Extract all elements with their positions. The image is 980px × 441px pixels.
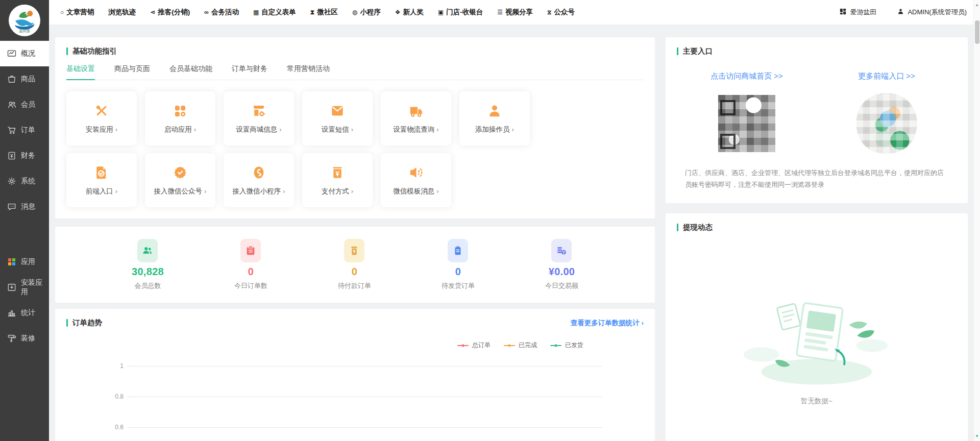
stat-今日订单数: 0今日订单数 bbox=[234, 239, 267, 290]
legend-item-已完成[interactable]: 已完成 bbox=[504, 341, 537, 350]
app-root: 盐田游 概况商品会员订单财务系统消息 应用安装应用统计装修 ○文章营销浏览轨迹⋖… bbox=[0, 0, 980, 441]
overview-icon bbox=[7, 48, 17, 59]
topnav-item-10[interactable]: ☰视频分享 bbox=[497, 8, 533, 17]
topnav-label: 公众号 bbox=[554, 8, 575, 17]
guide-tile-11[interactable]: 微信模板消息› bbox=[381, 153, 451, 207]
scrollbar-thumb[interactable] bbox=[975, 20, 979, 44]
store-icon: ▣ bbox=[438, 9, 444, 15]
guide-tile-7[interactable]: 前端入口› bbox=[66, 153, 137, 207]
goods-icon bbox=[7, 74, 17, 84]
legend-item-总订单[interactable]: 总订单 bbox=[457, 341, 491, 350]
sidebar-item-概况[interactable]: 概况 bbox=[0, 41, 49, 66]
page-scrollbar[interactable]: ▲ ▼ bbox=[973, 0, 980, 441]
stat-value: 0 bbox=[248, 266, 254, 278]
guide-tile-2[interactable]: 启动应用› bbox=[145, 91, 215, 145]
topnav-item-3[interactable]: ⋖推客(分销) bbox=[150, 8, 190, 17]
pending-ship-icon bbox=[448, 239, 468, 262]
scroll-down-arrow-icon[interactable]: ▼ bbox=[975, 434, 979, 441]
chevron-right-icon: › bbox=[436, 126, 438, 133]
title-accent-bar bbox=[677, 47, 678, 55]
topnav-item-11[interactable]: ⧖公众号 bbox=[547, 8, 575, 17]
topnav-item-1[interactable]: ○文章营销 bbox=[60, 8, 94, 17]
guide-tile-10[interactable]: 支付方式› bbox=[302, 153, 373, 207]
link-icon: ∞ bbox=[204, 9, 209, 15]
legend-marker bbox=[504, 345, 515, 346]
topnav-label: 会务活动 bbox=[211, 8, 239, 17]
topnav-item-5[interactable]: ▦自定义表单 bbox=[253, 8, 296, 17]
y-axis-tick: 0.6 bbox=[110, 424, 124, 431]
legend-label: 已发货 bbox=[565, 341, 583, 350]
sidebar-item-消息[interactable]: 消息 bbox=[0, 194, 49, 219]
tile-text: 前端入口 bbox=[86, 187, 113, 196]
workspace-switcher[interactable]: 爱游盐田 bbox=[839, 8, 876, 17]
guide-tab-1[interactable]: 基础设置 bbox=[66, 64, 95, 80]
install-icon bbox=[7, 282, 17, 292]
admin-label: ADMIN(系统管理员) bbox=[908, 8, 967, 17]
guide-tile-6[interactable]: 添加操作员› bbox=[459, 91, 530, 145]
sidebar-item-商品[interactable]: 商品 bbox=[0, 66, 49, 92]
guide-tile-4[interactable]: 设置短信› bbox=[302, 91, 373, 145]
system-icon bbox=[7, 176, 17, 186]
more-frontend-entries-link[interactable]: 更多前端入口 >> bbox=[858, 71, 915, 81]
sidebar-item-会员[interactable]: 会员 bbox=[0, 92, 49, 117]
sidebar-item-统计[interactable]: 统计 bbox=[0, 300, 49, 326]
guide-tile-label: 添加操作员› bbox=[475, 125, 514, 134]
legend-marker bbox=[457, 345, 469, 346]
brand-logo-image: 盐田游 bbox=[9, 5, 40, 36]
order-trend-title: 订单趋势 bbox=[72, 318, 102, 328]
guide-tab-3[interactable]: 会员基础功能 bbox=[169, 64, 212, 80]
user-icon bbox=[897, 8, 904, 17]
envelope-icon bbox=[330, 103, 345, 118]
order-trend-card: 订单趋势 查看更多订单数据统计 › 总订单已完成已发货 10.80.6 bbox=[55, 309, 655, 441]
topnav-item-2[interactable]: 浏览轨迹 bbox=[108, 8, 136, 17]
stat-待发货订单: 0待发货订单 bbox=[442, 239, 475, 290]
main-entry-card: 主要入口 点击访问商城首页 >> 更多前端入口 >> bbox=[666, 37, 968, 203]
guide-tile-9[interactable]: 接入微信小程序› bbox=[224, 153, 294, 207]
order-trend-header: 订单趋势 查看更多订单数据统计 › bbox=[66, 318, 644, 328]
guide-tile-label: 支付方式› bbox=[322, 187, 353, 196]
right-column: 主要入口 点击访问商城首页 >> 更多前端入口 >> bbox=[666, 37, 968, 441]
tools-icon bbox=[94, 103, 109, 118]
sidebar-item-安装应用[interactable]: 安装应用 bbox=[0, 275, 49, 300]
legend-marker bbox=[550, 345, 561, 346]
sidebar-item-财务[interactable]: 财务 bbox=[0, 143, 49, 168]
clipboard-icon bbox=[240, 239, 261, 262]
topnav-item-4[interactable]: ∞会务活动 bbox=[204, 8, 239, 17]
guide-tile-1[interactable]: 安装应用› bbox=[66, 91, 137, 145]
guide-tile-5[interactable]: 设置物流查询› bbox=[381, 91, 451, 145]
sidebar-item-应用[interactable]: 应用 bbox=[0, 249, 49, 275]
form-icon: ▦ bbox=[253, 9, 259, 15]
chart-gridline: 1 bbox=[128, 366, 602, 366]
guide-tile-label: 安装应用› bbox=[86, 125, 117, 134]
guide-tile-3[interactable]: 设置商城信息› bbox=[224, 91, 294, 145]
topnav-item-9[interactable]: ▣门店-收银台 bbox=[438, 8, 483, 17]
more-order-stats-link[interactable]: 查看更多订单数据统计 › bbox=[571, 318, 644, 328]
article-circle-icon: ○ bbox=[60, 9, 64, 15]
visit-mall-home-link[interactable]: 点击访问商城首页 >> bbox=[710, 71, 783, 81]
topnav-item-8[interactable]: ❖新人奖 bbox=[395, 8, 424, 17]
brand-logo[interactable]: 盐田游 bbox=[0, 0, 49, 41]
title-accent-bar bbox=[677, 224, 678, 231]
guide-tab-2[interactable]: 商品与页面 bbox=[114, 64, 150, 80]
guide-tab-5[interactable]: 常用营销活动 bbox=[287, 64, 330, 80]
admin-menu[interactable]: ADMIN(系统管理员) bbox=[897, 8, 967, 17]
entry-links-row: 点击访问商城首页 >> 更多前端入口 >> bbox=[677, 71, 957, 81]
topnav-label: 推客(分销) bbox=[158, 8, 190, 17]
sidebar-item-label: 安装应用 bbox=[21, 278, 49, 297]
sidebar-item-label: 订单 bbox=[21, 126, 35, 135]
guide-tile-8[interactable]: 接入微信公众号› bbox=[145, 153, 215, 207]
topnav-item-7[interactable]: ◍小程序 bbox=[352, 8, 381, 17]
sidebar-item-装修[interactable]: 装修 bbox=[0, 326, 49, 351]
chevron-right-icon: › bbox=[204, 187, 206, 195]
guide-tab-4[interactable]: 订单与财务 bbox=[232, 64, 267, 80]
tile-text: 启动应用 bbox=[164, 125, 192, 134]
tile-text: 设置短信 bbox=[322, 125, 349, 134]
tile-text: 设置物流查询 bbox=[393, 125, 434, 134]
scroll-up-arrow-icon[interactable]: ▲ bbox=[975, 0, 979, 7]
hourglass-icon: ⧗ bbox=[310, 9, 314, 15]
sidebar-item-订单[interactable]: 订单 bbox=[0, 117, 49, 143]
order-trend-title-row: 订单趋势 bbox=[66, 318, 102, 328]
sidebar-item-系统[interactable]: 系统 bbox=[0, 168, 49, 194]
topnav-item-6[interactable]: ⧗微社区 bbox=[310, 8, 338, 17]
legend-item-已发货[interactable]: 已发货 bbox=[550, 341, 583, 350]
